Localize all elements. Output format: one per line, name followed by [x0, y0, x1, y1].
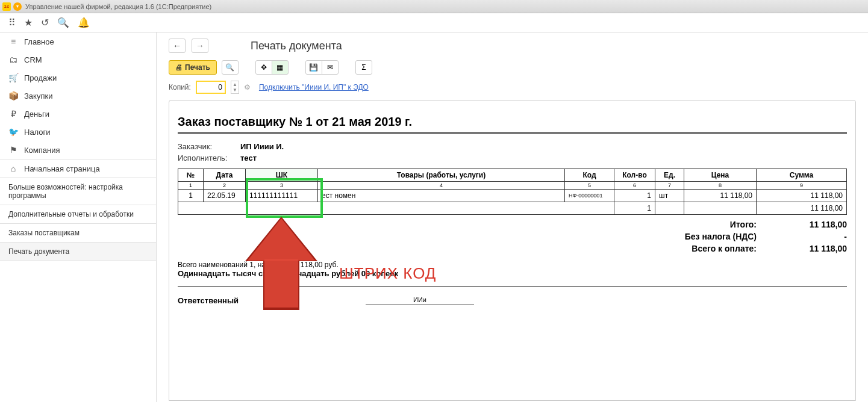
cell-sum: 11 118,00 [757, 190, 847, 202]
window-titlebar: 1c ▾ Управление нашей фирмой, редакция 1… [0, 0, 868, 13]
settings-icon[interactable]: ⚙ [244, 83, 251, 91]
totals-block: Итого:11 118,00 Без налога (НДС)- Всего … [178, 218, 847, 255]
content-toolbar: 🖨Печать 🔍 ✥ ▦ 💾 ✉ Σ [157, 57, 868, 78]
nav-back-button[interactable]: ← [169, 39, 186, 53]
flag-icon: ⚑ [8, 145, 18, 155]
sidebar-label: Компания [24, 146, 60, 155]
cell-unit: шт [655, 190, 684, 202]
items-table: № Дата ШК Товары (работы, услуги) Код Ко… [178, 169, 847, 215]
copies-spinner[interactable]: ▲▼ [231, 81, 239, 94]
cell-shk: 111111111111 [246, 190, 318, 202]
sidebar-label: Продажи [24, 73, 57, 82]
th-unit: Ед. [655, 169, 684, 182]
summary-count: Всего наименований 1, на сумму 11 118,00… [178, 261, 847, 269]
cell-price: 11 118,00 [684, 190, 757, 202]
home-icon: ⌂ [8, 164, 18, 173]
divider [178, 132, 847, 134]
cell-code: НФ-00000001 [565, 190, 614, 202]
menu-icon: ≡ [8, 37, 18, 46]
responsible-label: Ответственный [178, 296, 262, 305]
table-row: 1 22.05.19 111111111111 ест номен НФ-000… [178, 190, 847, 202]
history-icon[interactable]: ↺ [41, 17, 49, 28]
save-button[interactable]: 💾 [305, 60, 322, 75]
footer-qty: 1 [614, 202, 655, 215]
executor-value: тест [240, 153, 257, 162]
window-title: Управление нашей фирмой, редакция 1.6 (1… [25, 3, 211, 10]
sidebar-item-taxes[interactable]: 🐦Налоги [0, 123, 156, 141]
box-icon: 📦 [8, 91, 18, 100]
sidebar-label: Деньги [24, 110, 49, 119]
th-sum: Сумма [757, 169, 847, 182]
notifications-icon[interactable]: 🔔 [78, 17, 90, 28]
sidebar-item-sales[interactable]: 🛒Продажи [0, 69, 156, 87]
search-icon[interactable]: 🔍 [57, 17, 69, 28]
copies-label: Копий: [169, 83, 191, 91]
sidebar-label: Закупки [24, 91, 52, 100]
divider [178, 286, 847, 287]
novat-label: Без налога (НДС) [685, 232, 757, 241]
novat-value: - [781, 232, 847, 241]
sidebar-label: Начальная страница [24, 164, 100, 173]
summary-words: Одиннадцать тысяч сто восемнадцать рубле… [178, 269, 847, 278]
cell-date: 22.05.19 [204, 190, 246, 202]
th-price: Цена [684, 169, 757, 182]
copies-input[interactable] [196, 81, 226, 94]
move-button[interactable]: ✥ [255, 60, 272, 75]
sum-button[interactable]: Σ [355, 60, 372, 75]
document-area[interactable]: Заказ поставщику № 1 от 21 мая 2019 г. З… [169, 100, 856, 401]
sidebar-label: CRM [24, 55, 42, 64]
table-colnum-row: 1 2 3 4 5 6 7 8 9 [178, 182, 847, 190]
cell-num: 1 [178, 190, 204, 202]
print-button[interactable]: 🖨Печать [169, 60, 217, 75]
customer-label: Заказчик: [178, 142, 240, 151]
sidebar-start-page[interactable]: ⌂Начальная страница [0, 159, 156, 178]
money-icon: ₽ [8, 109, 18, 119]
responsible-value: ИИи [366, 296, 474, 305]
edo-link[interactable]: Подключить "Ииии И. ИП" к ЭДО [259, 83, 369, 91]
top-toolbar: ⠿ ★ ↺ 🔍 🔔 [0, 13, 868, 32]
cell-qty: 1 [614, 190, 655, 202]
sidebar-item-main[interactable]: ≡Главное [0, 32, 156, 51]
content-header: ← → Печать документа [157, 32, 868, 57]
preview-button[interactable]: 🔍 [222, 60, 239, 75]
annotation-text: ШТРИХ КОД [339, 264, 436, 283]
sidebar-print-document[interactable]: Печать документа [0, 243, 156, 261]
favorite-icon[interactable]: ★ [24, 17, 33, 28]
sidebar-supplier-orders[interactable]: Заказы поставщикам [0, 224, 156, 242]
sidebar-label: Главное [24, 37, 54, 46]
email-button[interactable]: ✉ [322, 60, 339, 75]
footer-sum: 11 118,00 [757, 202, 847, 215]
sidebar-more-options[interactable]: Больше возможностей: настройка программы [0, 178, 156, 205]
sidebar: ≡Главное 🗂CRM 🛒Продажи 📦Закупки ₽Деньги … [0, 32, 157, 402]
cell-goods: ест номен [318, 190, 565, 202]
sidebar-item-company[interactable]: ⚑Компания [0, 141, 156, 159]
sidebar-reports[interactable]: Дополнительные отчеты и обработки [0, 205, 156, 223]
table-footer-row: 1 11 118,00 [178, 202, 847, 215]
th-code: Код [565, 169, 614, 182]
grid-button[interactable]: ▦ [272, 60, 289, 75]
app-dropdown-icon[interactable]: ▾ [13, 2, 22, 11]
sidebar-label: Налоги [24, 128, 51, 137]
sidebar-item-crm[interactable]: 🗂CRM [0, 51, 156, 69]
total-label: Итого: [730, 220, 757, 229]
content-area: ← → Печать документа 🖨Печать 🔍 ✥ ▦ 💾 ✉ Σ… [157, 32, 868, 402]
printer-icon: 🖨 [175, 63, 183, 72]
nav-forward-button[interactable]: → [192, 39, 208, 53]
tax-icon: 🐦 [8, 127, 18, 137]
executor-label: Исполнитель: [178, 153, 240, 162]
th-num: № [178, 169, 204, 182]
grand-value: 11 118,00 [781, 244, 847, 253]
page-title: Печать документа [251, 40, 342, 52]
th-qty: Кол-во [614, 169, 655, 182]
apps-icon[interactable]: ⠿ [8, 17, 16, 28]
crm-icon: 🗂 [8, 55, 18, 64]
sidebar-item-purchases[interactable]: 📦Закупки [0, 87, 156, 105]
sidebar-item-money[interactable]: ₽Деньги [0, 105, 156, 123]
responsible-row: Ответственный ✥ ИИи [178, 295, 847, 305]
total-value: 11 118,00 [781, 220, 847, 229]
th-goods: Товары (работы, услуги) [318, 169, 565, 182]
document-title: Заказ поставщику № 1 от 21 мая 2019 г. [178, 115, 847, 129]
th-shk: ШК [246, 169, 318, 182]
table-header-row: № Дата ШК Товары (работы, услуги) Код Ко… [178, 169, 847, 182]
copies-row: Копий: ▲▼ ⚙ Подключить "Ииии И. ИП" к ЭД… [157, 78, 868, 100]
